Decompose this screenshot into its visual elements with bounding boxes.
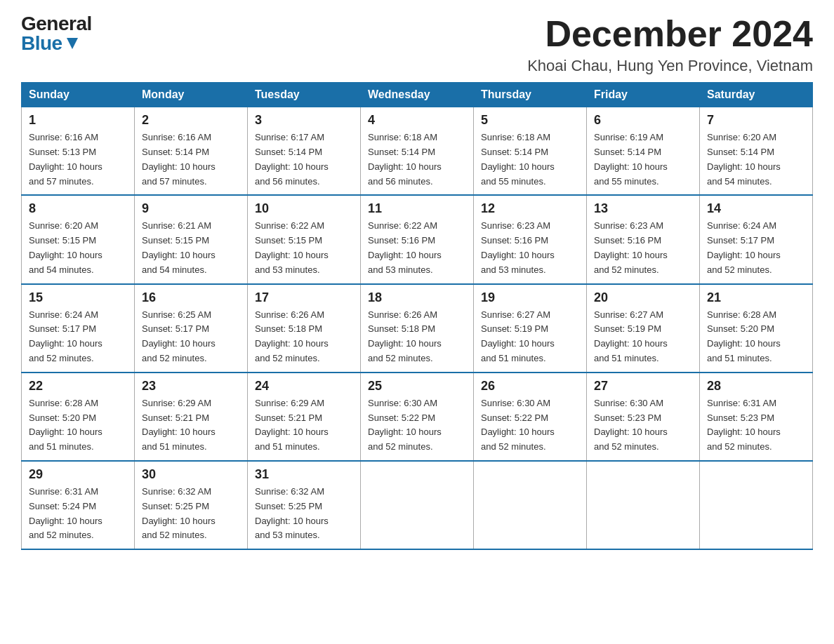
day-info: Sunrise: 6:27 AM Sunset: 5:19 PM Dayligh… [594,308,692,366]
daylight-label: Daylight: 10 hours [481,338,555,349]
sunset-label: Sunset: 5:25 PM [142,501,209,511]
sunset-label: Sunset: 5:23 PM [594,412,661,423]
daylight-detail: and 52 minutes. [29,530,94,540]
calendar-cell [587,461,700,549]
day-info: Sunrise: 6:29 AM Sunset: 5:21 PM Dayligh… [142,396,240,455]
sunrise-label: Sunrise: 6:26 AM [255,309,324,320]
sunset-label: Sunset: 5:24 PM [29,501,96,511]
day-number: 9 [142,201,240,216]
daylight-label: Daylight: 10 hours [707,161,781,172]
sunrise-label: Sunrise: 6:22 AM [368,220,437,231]
day-number: 12 [481,201,579,216]
calendar-cell: 6 Sunrise: 6:19 AM Sunset: 5:14 PM Dayli… [587,107,700,196]
daylight-detail: and 56 minutes. [368,176,433,187]
sunrise-label: Sunrise: 6:24 AM [707,220,776,231]
daylight-label: Daylight: 10 hours [29,338,102,349]
sunset-label: Sunset: 5:20 PM [29,412,96,423]
daylight-label: Daylight: 10 hours [142,161,216,172]
daylight-detail: and 51 minutes. [481,353,546,363]
day-number: 4 [368,113,466,128]
sunrise-label: Sunrise: 6:28 AM [29,398,98,408]
calendar-week-row: 29 Sunrise: 6:31 AM Sunset: 5:24 PM Dayl… [22,461,813,549]
daylight-detail: and 54 minutes. [29,264,94,275]
daylight-label: Daylight: 10 hours [594,427,668,437]
daylight-detail: and 52 minutes. [707,441,772,452]
daylight-detail: and 51 minutes. [255,441,320,452]
daylight-label: Daylight: 10 hours [29,516,102,526]
day-info: Sunrise: 6:23 AM Sunset: 5:16 PM Dayligh… [481,219,579,277]
day-info: Sunrise: 6:26 AM Sunset: 5:18 PM Dayligh… [368,308,466,366]
logo-triangle-icon [65,35,80,51]
calendar-cell [474,461,587,549]
daylight-label: Daylight: 10 hours [255,161,329,172]
day-number: 17 [255,290,353,305]
calendar-week-row: 22 Sunrise: 6:28 AM Sunset: 5:20 PM Dayl… [22,373,813,461]
day-info: Sunrise: 6:30 AM Sunset: 5:23 PM Dayligh… [594,396,692,455]
calendar-week-row: 1 Sunrise: 6:16 AM Sunset: 5:13 PM Dayli… [22,107,813,196]
calendar-cell: 22 Sunrise: 6:28 AM Sunset: 5:20 PM Dayl… [22,373,135,461]
day-number: 5 [481,113,579,128]
day-number: 3 [255,113,353,128]
daylight-label: Daylight: 10 hours [481,250,555,260]
sunset-label: Sunset: 5:19 PM [481,323,548,334]
day-number: 7 [707,113,805,128]
sunrise-label: Sunrise: 6:16 AM [142,132,211,142]
calendar-cell: 12 Sunrise: 6:23 AM Sunset: 5:16 PM Dayl… [474,195,587,283]
sunrise-label: Sunrise: 6:32 AM [142,486,211,497]
daylight-detail: and 52 minutes. [142,530,207,540]
day-info: Sunrise: 6:31 AM Sunset: 5:23 PM Dayligh… [707,396,805,455]
header-monday: Monday [135,83,248,107]
daylight-label: Daylight: 10 hours [707,250,781,260]
daylight-label: Daylight: 10 hours [368,427,442,437]
day-number: 13 [594,201,692,216]
day-number: 1 [29,113,127,128]
sunrise-label: Sunrise: 6:29 AM [255,398,324,408]
calendar-cell: 14 Sunrise: 6:24 AM Sunset: 5:17 PM Dayl… [700,195,813,283]
day-number: 22 [29,379,127,394]
daylight-label: Daylight: 10 hours [481,161,555,172]
sunset-label: Sunset: 5:18 PM [255,323,322,334]
day-number: 25 [368,379,466,394]
sunset-label: Sunset: 5:17 PM [707,235,774,246]
day-info: Sunrise: 6:30 AM Sunset: 5:22 PM Dayligh… [481,396,579,455]
day-info: Sunrise: 6:20 AM Sunset: 5:14 PM Dayligh… [707,130,805,189]
calendar-cell: 15 Sunrise: 6:24 AM Sunset: 5:17 PM Dayl… [22,284,135,373]
calendar-cell: 17 Sunrise: 6:26 AM Sunset: 5:18 PM Dayl… [248,284,361,373]
daylight-label: Daylight: 10 hours [594,250,668,260]
day-info: Sunrise: 6:29 AM Sunset: 5:21 PM Dayligh… [255,396,353,455]
calendar-cell: 7 Sunrise: 6:20 AM Sunset: 5:14 PM Dayli… [700,107,813,196]
sunrise-label: Sunrise: 6:22 AM [255,220,324,231]
sunrise-label: Sunrise: 6:27 AM [481,309,550,320]
sunrise-label: Sunrise: 6:30 AM [368,398,437,408]
sunset-label: Sunset: 5:15 PM [29,235,96,246]
calendar-cell: 27 Sunrise: 6:30 AM Sunset: 5:23 PM Dayl… [587,373,700,461]
sunset-label: Sunset: 5:13 PM [29,147,96,157]
sunrise-label: Sunrise: 6:32 AM [255,486,324,497]
day-info: Sunrise: 6:27 AM Sunset: 5:19 PM Dayligh… [481,308,579,366]
day-number: 21 [707,290,805,305]
daylight-detail: and 52 minutes. [142,353,207,363]
sunset-label: Sunset: 5:19 PM [594,323,661,334]
logo-general-text: General [21,14,92,34]
day-info: Sunrise: 6:22 AM Sunset: 5:16 PM Dayligh… [368,219,466,277]
sunrise-label: Sunrise: 6:19 AM [594,132,663,142]
calendar-cell: 1 Sunrise: 6:16 AM Sunset: 5:13 PM Dayli… [22,107,135,196]
sunset-label: Sunset: 5:21 PM [255,412,322,423]
day-info: Sunrise: 6:30 AM Sunset: 5:22 PM Dayligh… [368,396,466,455]
daylight-detail: and 54 minutes. [707,176,772,187]
day-info: Sunrise: 6:19 AM Sunset: 5:14 PM Dayligh… [594,130,692,189]
daylight-label: Daylight: 10 hours [142,338,216,349]
day-number: 29 [29,467,127,482]
calendar-cell: 4 Sunrise: 6:18 AM Sunset: 5:14 PM Dayli… [361,107,474,196]
sunrise-label: Sunrise: 6:27 AM [594,309,663,320]
sunset-label: Sunset: 5:16 PM [481,235,548,246]
sunrise-label: Sunrise: 6:20 AM [29,220,98,231]
calendar-cell: 28 Sunrise: 6:31 AM Sunset: 5:23 PM Dayl… [700,373,813,461]
sunset-label: Sunset: 5:20 PM [707,323,774,334]
daylight-detail: and 53 minutes. [255,264,320,275]
daylight-detail: and 52 minutes. [481,441,546,452]
daylight-detail: and 57 minutes. [142,176,207,187]
day-info: Sunrise: 6:26 AM Sunset: 5:18 PM Dayligh… [255,308,353,366]
sunset-label: Sunset: 5:14 PM [594,147,661,157]
daylight-detail: and 53 minutes. [481,264,546,275]
